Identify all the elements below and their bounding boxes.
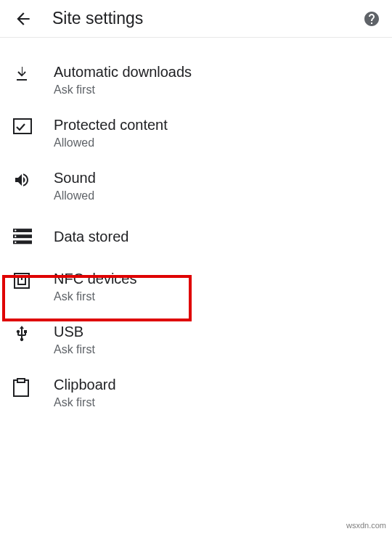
setting-automatic-downloads[interactable]: Automatic downloads Ask first [0, 54, 392, 107]
setting-data-stored[interactable]: Data stored [0, 213, 392, 260]
setting-subtitle: Ask first [54, 290, 136, 303]
arrow-back-icon [14, 9, 33, 28]
svg-rect-10 [17, 379, 25, 382]
svg-point-4 [15, 229, 16, 231]
svg-rect-7 [15, 274, 29, 288]
setting-title: Automatic downloads [54, 64, 192, 81]
usb-icon [13, 324, 54, 342]
setting-sound[interactable]: Sound Allowed [0, 160, 392, 213]
help-button[interactable] [362, 9, 382, 29]
setting-subtitle: Ask first [54, 396, 116, 409]
setting-subtitle: Ask first [54, 343, 95, 356]
back-button[interactable] [10, 6, 36, 32]
setting-protected-content[interactable]: Protected content Allowed [0, 107, 392, 160]
setting-clipboard[interactable]: Clipboard Ask first [0, 366, 392, 419]
setting-title: Data stored [54, 229, 128, 245]
download-icon [13, 64, 54, 83]
setting-title: USB [54, 324, 95, 340]
setting-title: NFC devices [54, 271, 136, 287]
protected-content-icon [13, 117, 54, 134]
setting-subtitle: Allowed [54, 136, 168, 149]
page-title: Site settings [52, 9, 362, 28]
setting-title: Protected content [54, 117, 168, 134]
settings-list: Automatic downloads Ask first Protected … [0, 38, 392, 419]
app-header: Site settings [0, 0, 392, 38]
watermark: wsxdn.com [346, 521, 386, 530]
clipboard-icon [13, 377, 54, 397]
setting-usb[interactable]: USB Ask first [0, 313, 392, 366]
help-icon [363, 10, 380, 28]
sound-icon [13, 170, 54, 189]
setting-subtitle: Allowed [54, 189, 96, 202]
setting-title: Sound [54, 170, 96, 186]
storage-icon [13, 229, 54, 245]
svg-point-5 [15, 236, 16, 237]
setting-title: Clipboard [54, 377, 116, 393]
setting-nfc-devices[interactable]: NFC devices Ask first [0, 260, 392, 313]
svg-point-6 [15, 242, 16, 243]
setting-subtitle: Ask first [54, 83, 192, 96]
nfc-icon [13, 271, 54, 289]
